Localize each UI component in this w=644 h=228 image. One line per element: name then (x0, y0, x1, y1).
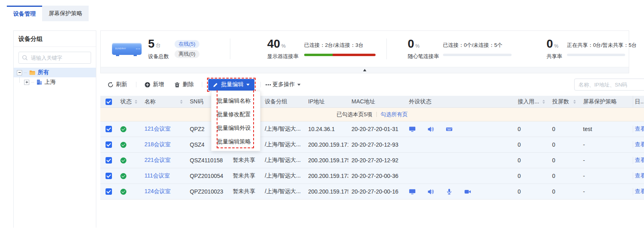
row-checkbox[interactable] (106, 126, 112, 132)
users-cell: 0 (514, 157, 549, 163)
device-name-link[interactable]: 121会议室 (144, 125, 171, 133)
add-label: 新增 (153, 81, 164, 88)
speaker-icon (427, 126, 434, 133)
monitor-progress-bar (304, 54, 376, 56)
menu-item-batch-edit-name[interactable]: 批量编辑名称 (211, 94, 260, 107)
row-checkbox[interactable] (106, 173, 112, 179)
batch-edit-dropdown: 批量编辑名称 批量修改配置 批量编辑外设 批量编辑策略 (211, 91, 260, 151)
users-cell: 0 (514, 188, 549, 195)
row-checkbox[interactable] (106, 157, 112, 163)
sidebar-title: 设备分组 (14, 31, 96, 47)
group-cell: /上海/智远大... (262, 172, 305, 180)
tab-label: 设备管理 (13, 10, 36, 18)
ip-cell: 10.24.36.1 (305, 126, 348, 132)
table-row: 121会议室 QPZ2 /上海/智远大... 10.24.36.1 20-20-… (100, 121, 644, 137)
tree-connector (19, 77, 20, 83)
device-name-link[interactable]: 111会议室 (144, 172, 170, 180)
tree-node-shanghai[interactable]: 上海 (14, 77, 96, 87)
table-search-input[interactable] (574, 79, 644, 91)
column-header-sn: SN码 (190, 98, 203, 105)
users-cell: 0 (514, 173, 549, 179)
select-all-checkbox[interactable] (106, 99, 112, 105)
users-cell: 0 (514, 126, 549, 132)
monitor-icon (409, 188, 416, 195)
pen-rate-unit: % (415, 43, 420, 50)
view-log-link[interactable]: 查看 (635, 188, 644, 195)
row-checkbox[interactable] (106, 141, 112, 148)
casts-cell: 0 (549, 188, 580, 195)
batch-edit-button[interactable]: 批量编辑 (208, 79, 254, 91)
device-name-link[interactable]: 221会议室 (144, 157, 171, 164)
selection-banner: 已勾选本页5项 勾选所有页 (100, 108, 644, 121)
expand-expander-icon[interactable] (24, 80, 29, 85)
ip-cell: 200.200.159.175 (305, 188, 348, 195)
tab-screensaver-policy[interactable]: 屏幕保护策略 (42, 6, 89, 21)
sort-icon[interactable] (180, 100, 183, 104)
chevron-down-icon (246, 84, 250, 86)
column-header-mac: MAC地址 (351, 98, 375, 105)
view-log-link[interactable]: 查看 (635, 141, 644, 148)
sort-icon[interactable] (542, 100, 546, 104)
column-header-policy: 屏幕保护策略 (583, 98, 617, 105)
mac-cell: 20-20-27-20-00-36 (348, 173, 403, 179)
annotation-dashed-box: 批量编辑 (207, 78, 256, 92)
tab-label: 屏幕保护策略 (49, 10, 82, 17)
mac-cell: 20-20-27-20-12-93 (348, 141, 403, 148)
monitor-rate-label: 显示器连接率 (267, 53, 299, 60)
device-name-link[interactable]: 218会议室 (144, 141, 171, 148)
pen-rate-value: 0 (408, 38, 414, 50)
column-header-peripherals: 外设状态 (409, 98, 431, 105)
refresh-button[interactable]: 刷新 (108, 81, 127, 88)
group-search-input[interactable] (18, 52, 91, 64)
add-button[interactable]: 新增 (144, 81, 164, 88)
online-badge[interactable]: 在线(5) (175, 40, 199, 48)
batch-edit-label: 批量编辑 (221, 81, 244, 88)
device-name-link[interactable]: 124会议室 (144, 188, 171, 195)
tree-connector (24, 73, 27, 73)
column-header-group: 设备分组 (265, 98, 287, 105)
monitor-rate-unit: % (281, 43, 286, 50)
stats-collapse-toggle[interactable] (101, 67, 629, 73)
chevron-down-icon (297, 84, 301, 86)
device-table: 状态 名称 SN码 设备分组 IP地址 MAC地址 外设状态 接入用... (100, 96, 644, 200)
online-status-icon (120, 157, 126, 163)
online-status-icon (120, 142, 126, 148)
view-log-link[interactable]: 查看 (635, 157, 644, 164)
offline-badge[interactable]: 离线(0) (175, 50, 199, 58)
collapse-expander-icon[interactable] (17, 70, 22, 75)
group-cell: /上海/智远大... (262, 125, 305, 133)
delete-label: 删除 (183, 81, 194, 88)
stats-panel: SUNDRAY 5 台 设备总数 在线(5) 离线(0) (100, 30, 629, 73)
sort-icon[interactable] (135, 100, 138, 104)
group-tree: 所有 上海 (14, 68, 96, 87)
share-status-cell: 暂未共享 (230, 157, 262, 164)
share-status-cell: 暂未共享 (230, 172, 262, 180)
tab-device-management[interactable]: 设备管理 (7, 6, 42, 21)
pen-rate-label: 随心笔连接率 (408, 53, 439, 60)
monitor-rate-detail: 已连接：2台/未连接：3台 (304, 42, 376, 49)
menu-item-batch-modify-config[interactable]: 批量修改配置 (211, 107, 260, 121)
delete-button[interactable]: 删除 (174, 81, 194, 88)
sort-icon[interactable] (573, 100, 577, 104)
casts-cell: 0 (549, 157, 580, 163)
speaker-icon (427, 188, 434, 195)
select-all-pages-link[interactable]: 勾选所有页 (381, 111, 408, 118)
menu-item-batch-edit-peripherals[interactable]: 批量编辑外设 (211, 121, 260, 135)
stats-divider (386, 38, 387, 59)
row-checkbox[interactable] (106, 188, 112, 195)
more-actions-button[interactable]: 更多操作 (266, 81, 301, 88)
share-progress-bar (567, 54, 625, 56)
menu-item-batch-edit-policy[interactable]: 批量编辑策略 (211, 135, 260, 148)
tree-node-all[interactable]: 所有 (14, 68, 96, 77)
pen-progress-bar (443, 54, 512, 56)
camera-icon (464, 188, 471, 195)
share-rate-detail: 正在共享：0台/暂未共享：5台 (567, 42, 637, 49)
peripherals-cell (403, 188, 514, 195)
sn-cell: QSZ4110158 (187, 157, 230, 163)
mac-cell: 20-20-27-20-01-31 (348, 126, 403, 132)
view-log-link[interactable]: 查看 (635, 172, 644, 180)
view-log-link[interactable]: 查看 (635, 125, 644, 133)
more-actions-label: 更多操作 (272, 81, 295, 88)
column-header-name: 名称 (144, 98, 156, 105)
sn-cell: QPZ2010023 (187, 188, 230, 195)
